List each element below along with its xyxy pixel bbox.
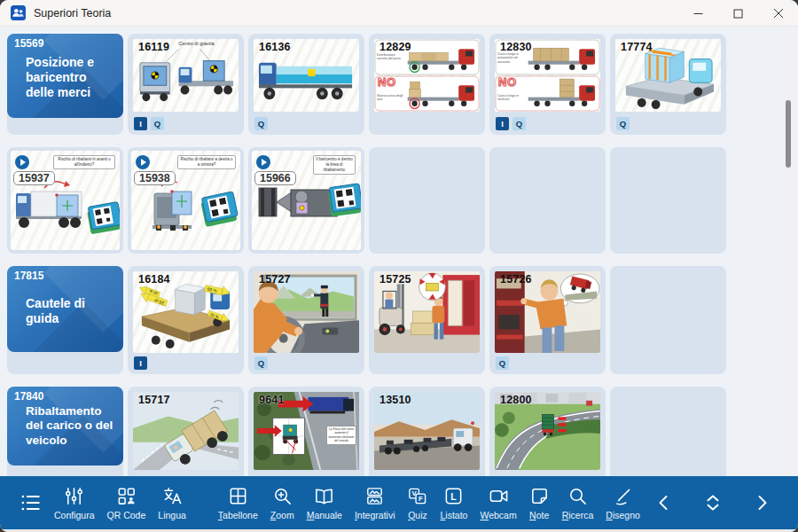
card-15726[interactable]: 15726 (489, 266, 606, 374)
secure-load-inset (419, 273, 446, 301)
toolbar-label: Disegno (606, 510, 640, 520)
card-number: 12829 (379, 41, 411, 53)
chevron-right-icon (751, 492, 772, 513)
wind-note: La Forza del vento aumenta il momento ri… (326, 426, 356, 445)
card-image: 12830 Carico lungo in orizzontale ed anc… (495, 39, 600, 112)
card-image: 15727 (254, 271, 359, 353)
listato-button[interactable]: L Listato (434, 476, 473, 529)
card-15727[interactable]: 15727 (248, 266, 364, 374)
card-number: 12800 (500, 394, 532, 406)
section-card: 15569 Posizione e baricentro delle merci (7, 34, 123, 118)
tabellone-button[interactable]: Tabellone (212, 476, 264, 529)
card-number: 15725 (379, 273, 411, 286)
expand-collapse-button[interactable] (694, 491, 732, 514)
card-number: 15569 (14, 37, 43, 50)
book-icon (314, 486, 334, 506)
toolbar-label: Ricerca (562, 510, 594, 520)
card-image: 16136 (254, 39, 359, 112)
prev-button[interactable] (646, 492, 682, 513)
card-17774[interactable]: 17774 Q (610, 34, 726, 135)
card-16119[interactable]: 16119 Centro di gravità (128, 34, 244, 135)
card-image: 13510 (374, 392, 480, 470)
quiz-badge: Q (512, 117, 526, 130)
card-number: 12830 (500, 41, 532, 53)
close-button[interactable] (758, 0, 798, 27)
sliders-icon (64, 486, 84, 506)
vf-keys-icon: V F (407, 486, 427, 506)
toolbar-label: Lingua (158, 510, 186, 520)
card-15569[interactable]: 15569 Posizione e baricentro delle merci (7, 34, 123, 135)
play-icon (256, 155, 270, 169)
panel-label-bottom: Sovraccarico degli assi (377, 94, 405, 102)
qr-code-button[interactable]: QR Code (101, 476, 153, 529)
grid-row: 17815 Cautele di guida 16184 (7, 266, 726, 374)
empty-cell (610, 387, 726, 476)
toolbar-label: Integrativi (355, 510, 395, 520)
video-number: 15938 (134, 171, 176, 185)
svg-text:F: F (419, 495, 423, 503)
card-12800[interactable]: 12800 (489, 387, 606, 476)
card-12829[interactable]: 12829 Distribuzione corretta del peso So… (369, 34, 485, 135)
card-image: 15726 (495, 271, 600, 353)
card-image: 12829 Distribuzione corretta del peso So… (374, 39, 480, 112)
card-15717[interactable]: 15717 (128, 387, 244, 476)
section-title: Cautele di guida (26, 296, 118, 326)
content-grid: 15569 Posizione e baricentro delle merci… (0, 27, 798, 476)
svg-text:50 %: 50 % (207, 286, 218, 293)
next-button[interactable] (744, 492, 779, 513)
scrollbar-thumb[interactable] (786, 100, 791, 168)
video-caption: Il baricentro è dentro la linea di ribal… (313, 155, 356, 175)
quiz-button[interactable]: V F Quiz (401, 476, 434, 529)
minimize-button[interactable] (678, 0, 718, 27)
card-13510[interactable]: 13510 (369, 387, 485, 476)
note-button[interactable]: Note (523, 476, 556, 529)
toolbar-label: Configura (54, 510, 95, 520)
card-number: 16136 (259, 41, 291, 53)
card-badges: I Q (496, 117, 526, 130)
card-badges: Q (616, 117, 630, 130)
zoom-button[interactable]: Zoom (264, 476, 301, 529)
card-9641[interactable]: 9641 La Forza del vento aumenta il momen… (248, 387, 364, 476)
quiz-badge: Q (616, 117, 630, 130)
card-number: 15717 (138, 394, 170, 406)
webcam-button[interactable]: Webcam (473, 476, 522, 529)
configura-button[interactable]: Configura (48, 476, 101, 529)
qr-code-icon (116, 486, 137, 506)
card-image: 15717 (133, 392, 239, 470)
qr-book-icon (327, 184, 361, 217)
panel-label-top: Distribuzione corretta del peso (377, 53, 405, 61)
card-15966[interactable]: 15966 Il baricentro è dentro la linea di… (248, 147, 364, 254)
card-image: 16184 50 % (133, 271, 239, 353)
card-15725[interactable]: 15725 (369, 266, 485, 374)
card-17840[interactable]: 17840 Ribaltamento del carico o del veic… (7, 387, 123, 476)
section-card: 17815 Cautele di guida (7, 266, 123, 352)
manuale-button[interactable]: Manuale (301, 476, 348, 529)
card-badges: Q (496, 356, 509, 370)
lingua-button[interactable]: Lingua (152, 476, 192, 529)
disegno-button[interactable]: Disegno (599, 476, 646, 529)
card-15938[interactable]: 15938 Rischio di ribaltarsi a destra o a… (128, 147, 244, 254)
empty-cell (369, 147, 485, 254)
list-button[interactable] (12, 476, 48, 529)
note-icon (529, 486, 550, 506)
integrativi-button[interactable]: Integrativi (348, 476, 402, 529)
section-card: 17840 Ribaltamento del carico o del veic… (7, 387, 123, 466)
maximize-button[interactable] (718, 0, 758, 27)
card-16184[interactable]: 16184 50 % (128, 266, 244, 374)
quiz-badge: Q (254, 117, 268, 130)
qr-book-icon (200, 192, 239, 227)
grid-row: 15937 Rischio di ribaltarsi in avanti o … (7, 147, 726, 254)
card-12830[interactable]: 12830 Carico lungo in orizzontale ed anc… (489, 34, 606, 135)
card-15937[interactable]: 15937 Rischio di ribaltarsi in avanti o … (7, 147, 123, 254)
zoom-in-icon (272, 486, 293, 506)
card-badges: Q (254, 356, 268, 370)
card-16136[interactable]: 16136 Q (248, 34, 364, 135)
ricerca-button[interactable]: Ricerca (556, 476, 600, 529)
card-17815[interactable]: 17815 Cautele di guida (7, 266, 123, 374)
card-badges: I (134, 356, 147, 370)
exit-button[interactable] (792, 490, 798, 515)
card-number: 15727 (259, 273, 291, 286)
video-caption: Rischio di ribaltarsi in avanti o all'in… (53, 155, 115, 169)
scrollbar[interactable] (783, 29, 794, 473)
card-number: 16184 (138, 273, 170, 286)
